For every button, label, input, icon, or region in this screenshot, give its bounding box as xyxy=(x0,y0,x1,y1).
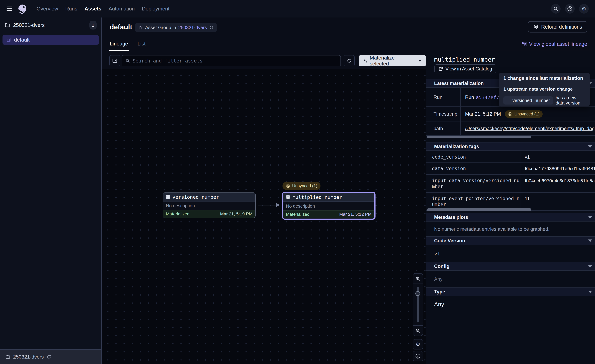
asset-group-icon xyxy=(6,37,11,42)
section-code-version[interactable]: Code Version xyxy=(426,236,595,245)
graph-settings-gear-icon[interactable]: ⚙ xyxy=(413,339,423,350)
asset-node-status: Materialized xyxy=(166,211,190,217)
sync-icon[interactable] xyxy=(209,25,213,30)
asset-node-status: Materialized xyxy=(286,212,310,217)
tooltip-title: 1 change since last materialization xyxy=(499,73,590,84)
reload-cube-icon xyxy=(533,24,539,30)
row-label-timestamp: Timestamp xyxy=(426,106,461,122)
horizontal-scrollbar[interactable] xyxy=(427,208,531,211)
tag-value: f6ccba1776380941e9cd1ea66481d xyxy=(520,163,595,175)
tag-value: v1 xyxy=(520,151,595,163)
timestamp-value: Mar 21, 5:12 PM xyxy=(465,111,501,117)
dagster-logo-icon[interactable] xyxy=(18,4,27,14)
tab-list[interactable]: List xyxy=(137,41,145,51)
menu-icon[interactable] xyxy=(7,7,12,11)
row-label-run: Run xyxy=(426,88,461,106)
tag-key: code_version xyxy=(432,154,520,160)
lineage-canvas-column: Materialize selected Unsynced (1) versio… xyxy=(102,51,426,364)
zoom-slider-thumb[interactable] xyxy=(415,291,420,296)
section-header-label: Materialization tags xyxy=(434,144,479,149)
materialize-selected-label: Materialize selected xyxy=(370,55,410,67)
view-global-asset-lineage-link[interactable]: View global asset lineage xyxy=(522,41,587,47)
config-value: Any xyxy=(434,276,442,282)
reload-definitions-label: Reload definitions xyxy=(541,24,582,30)
chevron-down-icon xyxy=(588,291,592,293)
section-metadata-plots[interactable]: Metadata plots xyxy=(426,213,595,222)
tooltip-message-suffix: has a new data version xyxy=(556,95,585,106)
metadata-plots-empty-message: No numeric metadata entries available to… xyxy=(434,226,550,232)
nav-assets[interactable]: Assets xyxy=(85,6,101,12)
refresh-icon[interactable] xyxy=(344,55,354,66)
tag-value: 11 xyxy=(520,193,595,210)
run-id-link[interactable]: a5347ef7 xyxy=(476,95,499,100)
unsynced-badge-label: Unsynced (1) xyxy=(514,112,539,117)
view-global-asset-lineage-label: View global asset lineage xyxy=(529,41,587,47)
asset-group-breadcrumb[interactable]: Asset Group in 250321-dvers xyxy=(135,23,217,32)
unsynced-badge[interactable]: Unsynced (1) xyxy=(505,110,543,118)
page-title: default xyxy=(110,23,132,31)
nav-overview[interactable]: Overview xyxy=(36,6,58,12)
page-header: default Asset Group in 250321-dvers Relo… xyxy=(102,17,595,51)
folder-icon xyxy=(5,22,10,28)
lineage-edge-arrow xyxy=(258,205,279,205)
breadcrumb-group-link[interactable]: 250321-dvers xyxy=(178,25,207,30)
tooltip-subtitle: 1 upstream data version change xyxy=(499,84,590,94)
sidebar-item-default[interactable]: default xyxy=(2,35,99,45)
run-value-prefix: Run xyxy=(465,95,474,100)
section-header-label: Latest materialization xyxy=(434,81,484,86)
search-icon[interactable] xyxy=(551,4,561,14)
table-icon xyxy=(166,195,170,199)
zoom-control xyxy=(413,273,423,336)
search-input[interactable] xyxy=(133,58,337,63)
nav-deployment[interactable]: Deployment xyxy=(142,6,170,12)
download-graph-icon[interactable] xyxy=(413,351,423,361)
asset-chip-versioned-number[interactable]: versioned_number xyxy=(503,96,553,105)
materialize-sparkle-icon xyxy=(362,58,368,63)
code-version-value: v1 xyxy=(434,251,440,257)
path-link[interactable]: /Users/smackesey/stm/code/elementl/exper… xyxy=(465,126,595,131)
nav-automation[interactable]: Automation xyxy=(109,6,135,12)
asset-node-selection-ring: multiplied_number No description Materia… xyxy=(282,192,375,220)
zoom-slider-track[interactable] xyxy=(413,284,423,326)
asset-node-versioned-number[interactable]: versioned_number No description Material… xyxy=(163,192,255,218)
chevron-down-icon xyxy=(588,239,592,242)
asset-node-multiplied-number[interactable]: multiplied_number No description Materia… xyxy=(283,193,375,218)
zoom-out-icon[interactable] xyxy=(413,326,423,336)
asset-node-name: multiplied_number xyxy=(292,194,342,200)
chevron-down-icon xyxy=(418,60,422,62)
external-link-icon xyxy=(439,67,443,71)
lineage-graph-canvas[interactable]: Unsynced (1) versioned_number No descrip… xyxy=(102,69,426,364)
sync-icon[interactable] xyxy=(47,355,51,359)
section-config[interactable]: Config xyxy=(426,262,595,271)
view-in-asset-catalog-button[interactable]: View in Asset Catalog xyxy=(434,64,496,73)
sidebar-footer-code-location[interactable]: 250321-dvers xyxy=(0,349,101,364)
row-label-path: path xyxy=(426,122,461,136)
breadcrumb-prefix: Asset Group in xyxy=(145,25,176,30)
table-icon xyxy=(286,195,290,199)
unsynced-badge[interactable]: Unsynced (1) xyxy=(283,182,320,190)
materialization-tags-table: code_version v1 data_version f6ccba17763… xyxy=(426,151,595,210)
chevron-down-icon xyxy=(588,145,592,148)
chevron-down-icon xyxy=(588,265,592,268)
section-header-label: Type xyxy=(434,289,445,295)
help-icon[interactable] xyxy=(565,4,575,14)
nav-icon-group: ⚙ xyxy=(551,4,589,14)
section-type[interactable]: Type xyxy=(426,287,595,296)
settings-gear-icon[interactable]: ⚙ xyxy=(579,4,589,14)
type-value: Any xyxy=(434,301,444,308)
sidebar-group-row[interactable]: 250321-dvers 1 xyxy=(0,17,101,33)
nav-runs[interactable]: Runs xyxy=(65,6,77,12)
asset-node-description: No description xyxy=(283,202,375,210)
materialize-selected-button[interactable]: Materialize selected xyxy=(359,55,426,66)
horizontal-scrollbar[interactable] xyxy=(427,136,531,138)
materialize-dropdown-button[interactable] xyxy=(414,55,426,66)
row-value-timestamp: Mar 21, 5:12 PM Unsynced (1) xyxy=(461,106,595,122)
asset-node-name: versioned_number xyxy=(172,194,219,200)
asset-groups-sidebar: 250321-dvers 1 default 250321-dvers xyxy=(0,17,102,364)
tag-key: input_data_version/versioned_number xyxy=(432,178,520,189)
reload-definitions-button[interactable]: Reload definitions xyxy=(528,21,587,33)
tab-lineage[interactable]: Lineage xyxy=(110,41,128,51)
expand-panel-icon[interactable] xyxy=(109,55,120,66)
zoom-in-icon[interactable] xyxy=(413,273,423,284)
section-materialization-tags[interactable]: Materialization tags xyxy=(426,142,595,151)
